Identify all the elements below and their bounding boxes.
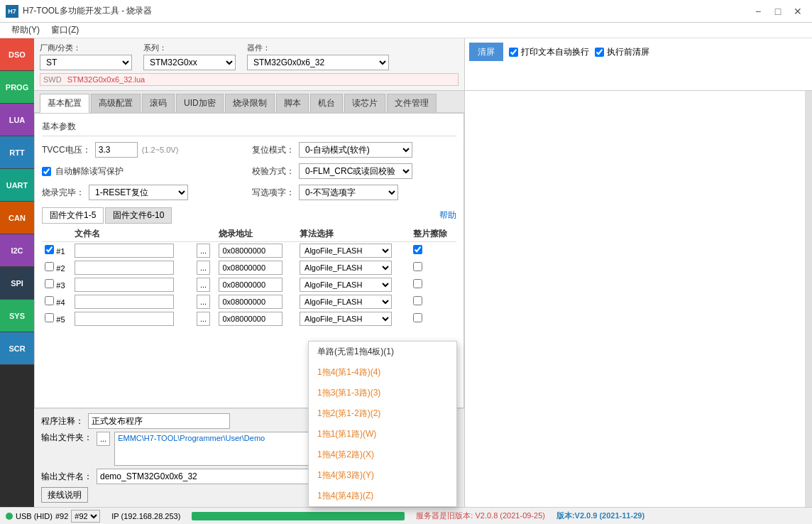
swd-row: SWD STM32G0x0x6_32.lua	[40, 73, 459, 86]
explain-btn[interactable]: 接线说明	[41, 487, 88, 503]
tvcc-hint: (1.2~5.0V)	[142, 146, 179, 154]
col-addr: 烧录地址	[216, 226, 297, 242]
firmware-checkbox-1[interactable]	[45, 245, 54, 254]
verify-select[interactable]: 0-FLM_CRC或读回校验	[299, 163, 412, 179]
dropdown-item-0[interactable]: 单路(无需1拖4板)(1)	[309, 342, 456, 362]
sidebar-btn-scr[interactable]: SCR	[0, 332, 34, 365]
tab-read[interactable]: 读芯片	[344, 94, 385, 112]
firmware-file-input-2[interactable]	[75, 261, 174, 275]
minimize-button[interactable]: −	[750, 5, 767, 18]
tab-files[interactable]: 文件管理	[387, 94, 437, 112]
firmware-browse-btn-2[interactable]: ...	[197, 261, 210, 275]
sidebar-btn-lua[interactable]: LUA	[0, 104, 34, 136]
app-logo: H7	[6, 5, 18, 18]
firmware-file-input-1[interactable]	[75, 244, 174, 258]
sidebar-btn-sys[interactable]: SYS	[0, 300, 34, 332]
firmware-addr-input-1[interactable]	[219, 244, 282, 258]
firmware-erase-checkbox-1[interactable]	[413, 245, 422, 254]
tab-advanced[interactable]: 高级配置	[91, 94, 141, 112]
port-select[interactable]: #92	[71, 510, 100, 523]
dropdown-item-7[interactable]: 1拖4(第4路)(Z)	[309, 486, 456, 506]
firmware-file-1	[72, 242, 194, 260]
dropdown-item-5[interactable]: 1拖4(第2路)(X)	[309, 444, 456, 465]
firmware-addr-1	[216, 242, 297, 260]
tab-basic[interactable]: 基本配置	[40, 94, 89, 113]
firmware-checkbox-5[interactable]	[45, 313, 54, 322]
sidebar-btn-prog[interactable]: PROG	[0, 71, 34, 104]
firmware-algo-select-4[interactable]: AlgoFile_FLASH	[300, 295, 392, 309]
firmware-algo-2: AlgoFile_FLASH	[297, 259, 410, 276]
output-folder-browse-btn[interactable]: ...	[97, 432, 110, 446]
sidebar-btn-i2c[interactable]: I2C	[0, 234, 34, 267]
device-select[interactable]: STM32G0x0x6_32	[247, 55, 389, 70]
firmware-checkbox-2[interactable]	[45, 262, 54, 271]
sidebar-btn-spi[interactable]: SPI	[0, 267, 34, 300]
firmware-help[interactable]: 帮助	[439, 209, 456, 222]
manufacturer-select[interactable]: ST	[40, 55, 132, 70]
write-opt-select[interactable]: 0-不写选项字	[299, 185, 398, 200]
tab-script[interactable]: 脚本	[276, 94, 309, 112]
firmware-algo-select-3[interactable]: AlgoFile_FLASH	[300, 278, 392, 292]
firmware-algo-select-5[interactable]: AlgoFile_FLASH	[300, 312, 392, 326]
firmware-num-1: #1	[56, 247, 65, 256]
auto-unlock-checkbox[interactable]	[42, 167, 51, 176]
firmware-erase-checkbox-5[interactable]	[413, 313, 422, 322]
tab-limit[interactable]: 烧录限制	[225, 94, 275, 112]
dropdown-item-4[interactable]: 1拖1(第1路)(W)	[309, 424, 456, 444]
firmware-checkbox-4[interactable]	[45, 296, 54, 305]
firmware-addr-input-5[interactable]	[219, 312, 282, 326]
close-button[interactable]: ✕	[789, 5, 806, 18]
auto-exec-checkbox[interactable]	[509, 48, 518, 57]
firmware-browse-btn-1[interactable]: ...	[197, 244, 210, 258]
sidebar-btn-uart[interactable]: UART	[0, 169, 34, 202]
right-output-content	[465, 91, 812, 507]
sidebar-btn-rtt[interactable]: RTT	[0, 136, 34, 169]
swd-label: SWD	[43, 75, 62, 84]
tab-rolling[interactable]: 滚码	[142, 94, 175, 112]
firmware-tab-1-5[interactable]: 固件文件1-5	[42, 207, 104, 224]
firmware-erase-checkbox-4[interactable]	[413, 296, 422, 305]
firmware-file-input-3[interactable]	[75, 278, 174, 292]
menu-help[interactable]: 帮助(Y)	[6, 23, 45, 38]
firmware-browse-btn-3[interactable]: ...	[197, 278, 210, 292]
firmware-browse-btn-4[interactable]: ...	[197, 295, 210, 309]
sidebar-btn-dso[interactable]: DSO	[0, 38, 34, 71]
tvcc-input[interactable]	[95, 142, 138, 158]
dropdown-item-3[interactable]: 1拖2(第1-2路)(2)	[309, 403, 456, 424]
right-scrollbar[interactable]	[805, 91, 812, 507]
menu-window[interactable]: 窗口(Z)	[45, 23, 84, 38]
clear-button[interactable]: 清屏	[469, 43, 503, 61]
status-server: 服务器是旧版本: V2.0.8 (2021-09-25)	[416, 511, 545, 521]
firmware-algo-select-2[interactable]: AlgoFile_FLASH	[300, 261, 392, 275]
firmware-erase-checkbox-3[interactable]	[413, 279, 422, 288]
output-textarea[interactable]	[468, 94, 809, 504]
firmware-checkbox-3[interactable]	[45, 279, 54, 288]
firmware-file-input-5[interactable]	[75, 312, 174, 326]
tab-machine[interactable]: 机台	[310, 94, 343, 112]
burn-done-select[interactable]: 1-RESET复位	[89, 185, 188, 200]
firmware-algo-select-1[interactable]: AlgoFile_FLASH	[300, 244, 392, 258]
dropdown-item-2[interactable]: 1拖3(第1-3路)(3)	[309, 383, 456, 403]
sidebar-btn-can[interactable]: CAN	[0, 202, 34, 234]
firmware-addr-input-4[interactable]	[219, 295, 282, 309]
series-select[interactable]: STM32G0xx	[143, 55, 236, 70]
comment-input[interactable]	[88, 413, 230, 429]
dropdown-item-6[interactable]: 1拖4(第3路)(Y)	[309, 465, 456, 486]
basic-params-title: 基本参数	[42, 121, 456, 136]
firmware-file-input-4[interactable]	[75, 295, 174, 309]
firmware-tab-6-10[interactable]: 固件文件6-10	[105, 207, 172, 224]
tab-uid[interactable]: UID加密	[176, 94, 224, 112]
firmware-addr-input-2[interactable]	[219, 261, 282, 275]
maximize-button[interactable]: □	[769, 5, 786, 18]
firmware-erase-checkbox-2[interactable]	[413, 262, 422, 271]
tvcc-label: TVCC电压：	[42, 144, 91, 156]
firmware-browse-btn-5[interactable]: ...	[197, 312, 210, 326]
pre-clear-checkbox[interactable]	[595, 48, 604, 57]
firmware-addr-input-3[interactable]	[219, 278, 282, 292]
reset-select[interactable]: 0-自动模式(软件)	[299, 142, 412, 158]
firmware-algo-3: AlgoFile_FLASH	[297, 276, 410, 293]
dropdown-item-1[interactable]: 1拖4(第1-4路)(4)	[309, 362, 456, 383]
output-name-label: 输出文件名：	[41, 471, 92, 483]
device-selection: 厂商/分类： ST 系列： STM32G0xx 器件：	[34, 38, 464, 90]
firmware-row-2: #2 ... AlgoFile_FLASH	[42, 259, 456, 276]
